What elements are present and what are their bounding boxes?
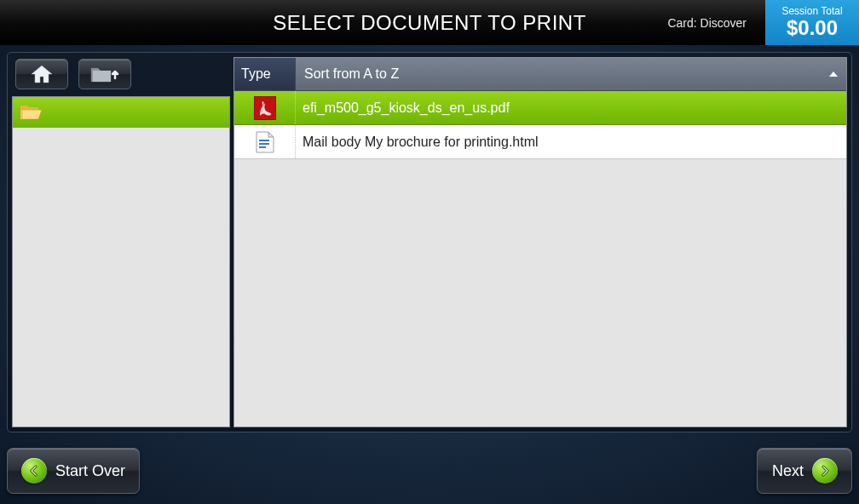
card-label: Card: Discover — [649, 0, 765, 45]
file-pane: Type Sort from A to Z efi_m500_g5_kiosk_… — [233, 57, 847, 427]
start-over-label: Start Over — [55, 462, 125, 480]
session-total-label: Session Total — [765, 6, 859, 17]
column-sort-header[interactable]: Sort from A to Z — [296, 58, 846, 90]
file-list: efi_m500_g5_kiosk_ds_en_us.pdf Mail body… — [234, 91, 846, 427]
file-row[interactable]: Mail body My brochure for printing.html — [234, 125, 846, 159]
content-frame: Type Sort from A to Z efi_m500_g5_kiosk_… — [7, 52, 852, 432]
column-sort-label: Sort from A to Z — [304, 66, 399, 82]
folder-tree[interactable] — [12, 96, 230, 427]
file-name: Mail body My brochure for printing.html — [296, 135, 846, 150]
footer-bar: Start Over Next — [7, 448, 852, 497]
next-button[interactable]: Next — [757, 448, 852, 494]
column-header: Type Sort from A to Z — [234, 58, 846, 91]
arrow-left-icon — [21, 458, 47, 484]
sidebar-toolbar — [12, 57, 230, 96]
next-label: Next — [772, 462, 804, 480]
arrow-right-icon — [812, 458, 838, 484]
header-right: Card: Discover Session Total $0.00 — [649, 0, 859, 45]
folder-open-icon — [20, 103, 43, 122]
svg-rect-1 — [255, 97, 275, 119]
file-type-cell — [234, 125, 296, 158]
column-type-label: Type — [241, 66, 271, 82]
session-total-amount: $0.00 — [765, 17, 859, 39]
home-button[interactable] — [15, 59, 68, 89]
file-row[interactable]: efi_m500_g5_kiosk_ds_en_us.pdf — [234, 91, 846, 125]
file-name: efi_m500_g5_kiosk_ds_en_us.pdf — [296, 100, 846, 116]
pdf-icon — [254, 96, 276, 120]
svg-rect-3 — [259, 143, 269, 145]
file-type-cell — [234, 91, 296, 124]
sort-ascending-icon — [829, 72, 838, 77]
svg-rect-4 — [259, 146, 266, 148]
folder-up-icon — [90, 65, 119, 83]
html-file-icon — [256, 131, 274, 153]
column-type-header[interactable]: Type — [234, 58, 296, 90]
session-total-box: Session Total $0.00 — [765, 0, 859, 45]
folder-up-button[interactable] — [78, 59, 131, 89]
folder-row-current[interactable] — [13, 97, 229, 128]
home-icon — [31, 65, 53, 83]
header-bar: SELECT DOCUMENT TO PRINT Card: Discover … — [0, 0, 859, 45]
start-over-button[interactable]: Start Over — [7, 448, 140, 494]
sidebar — [12, 57, 230, 427]
svg-rect-2 — [259, 140, 269, 141]
